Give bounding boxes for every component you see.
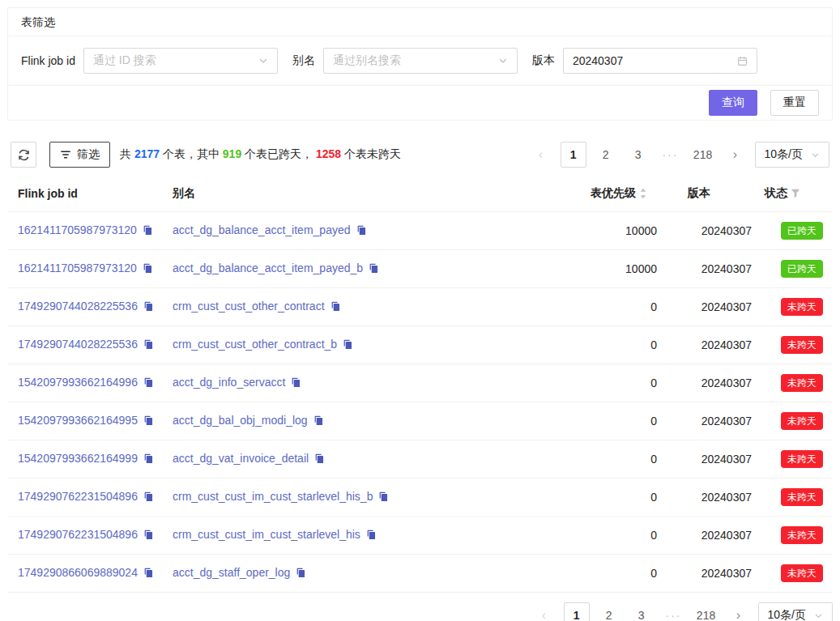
column-label: Flink job id	[18, 187, 78, 200]
copy-icon[interactable]	[366, 530, 377, 542]
flink-job-id-link[interactable]: 1542097993662164996	[18, 376, 138, 389]
alias-link[interactable]: crm_cust_cust_im_cust_starlevel_his_b	[173, 490, 373, 503]
page-button-218[interactable]: 218	[693, 602, 719, 621]
copy-icon[interactable]	[330, 301, 341, 314]
copy-icon[interactable]	[378, 491, 389, 504]
page-size-select[interactable]: 10条/页	[758, 602, 833, 621]
column-label: 表优先级	[591, 186, 636, 201]
copy-icon[interactable]	[369, 263, 379, 276]
priority-cell: 10000	[584, 212, 681, 250]
version-cell: 20240307	[681, 517, 758, 555]
copy-icon[interactable]	[356, 225, 367, 238]
priority-cell: 0	[584, 440, 681, 479]
table-row: 1542097993662164999 acct_dg_vat_invoice_…	[7, 440, 833, 479]
status-badge: 未跨天	[781, 564, 823, 582]
copy-icon[interactable]	[143, 491, 154, 504]
alias-select[interactable]: 通过别名搜索	[323, 48, 518, 74]
column-header-status[interactable]: 状态	[758, 176, 833, 212]
page-jump-ellipsis[interactable]: ···	[661, 609, 687, 621]
copy-icon[interactable]	[143, 453, 154, 466]
flink-job-id-link[interactable]: 1749290762231504896	[18, 490, 138, 503]
column-header-flink-job-id: Flink job id	[7, 176, 166, 212]
version-date-input[interactable]: 20240307	[563, 48, 757, 74]
page-size-label: 10条/页	[765, 147, 803, 162]
refresh-button[interactable]	[11, 142, 36, 168]
page-size-select[interactable]: 10条/页	[755, 142, 829, 168]
page-jump-ellipsis[interactable]: ···	[658, 148, 684, 161]
column-header-priority[interactable]: 表优先级	[584, 176, 681, 212]
page-button-3[interactable]: 3	[629, 602, 655, 621]
flink-job-id-link[interactable]: 1749290866069889024	[18, 566, 138, 579]
flink-job-id-link[interactable]: 1621411705987973120	[18, 262, 137, 274]
next-page-button[interactable]: ›	[723, 142, 748, 168]
chevron-down-icon	[258, 56, 268, 66]
page-button-218[interactable]: 218	[690, 142, 716, 168]
pagination: ‹123···218›10条/页	[531, 602, 833, 621]
page-button-1[interactable]: 1	[561, 142, 586, 168]
alias-cell: crm_cust_cust_other_contract_b	[166, 326, 584, 364]
alias-link[interactable]: acct_dg_staff_oper_log	[173, 566, 290, 579]
alias-link[interactable]: crm_cust_cust_other_contract_b	[173, 338, 337, 351]
table-header-row: Flink job id 别名 表优先级 版本	[7, 176, 833, 212]
copy-icon[interactable]	[143, 377, 154, 390]
flink-job-id-cell: 1749290866069889024	[7, 555, 166, 593]
copy-icon[interactable]	[143, 225, 153, 238]
flink-job-id-cell: 1749290762231504896	[7, 517, 166, 555]
copy-icon[interactable]	[314, 453, 325, 466]
alias-placeholder: 通过别名搜索	[333, 53, 401, 68]
status-cell: 已跨天	[758, 250, 833, 288]
chevron-down-icon	[498, 56, 508, 66]
page-button-2[interactable]: 2	[593, 142, 619, 168]
reset-button[interactable]: 重置	[770, 90, 819, 116]
copy-icon[interactable]	[343, 339, 353, 352]
copy-icon[interactable]	[143, 568, 154, 581]
copy-icon[interactable]	[143, 263, 153, 276]
priority-cell: 0	[584, 517, 681, 555]
alias-link[interactable]: acct_dg_info_servacct	[173, 376, 285, 389]
flink-job-id-link[interactable]: 1542097993662164999	[18, 452, 138, 465]
status-cell: 未跨天	[758, 288, 833, 326]
alias-link[interactable]: acct_dg_vat_invoice_detail	[173, 452, 309, 465]
status-cell: 未跨天	[758, 326, 833, 364]
table-row: 1749290866069889024 acct_dg_staff_oper_l…	[7, 555, 833, 593]
alias-link[interactable]: acct_dg_bal_obj_modi_log	[173, 414, 308, 427]
page-button-2[interactable]: 2	[596, 602, 622, 621]
flink-job-id-link[interactable]: 1621411705987973120	[18, 223, 137, 236]
filter-toggle-button[interactable]: 筛选	[49, 142, 110, 168]
total-count: 2177	[134, 147, 160, 160]
query-button[interactable]: 查询	[709, 90, 757, 116]
next-page-button[interactable]: ›	[726, 602, 752, 621]
prev-page-button[interactable]: ‹	[528, 142, 554, 168]
copy-icon[interactable]	[313, 415, 324, 428]
priority-cell: 0	[584, 288, 681, 326]
copy-icon[interactable]	[143, 530, 154, 542]
copy-icon[interactable]	[296, 568, 306, 581]
copy-icon[interactable]	[143, 415, 154, 428]
filter-funnel-icon[interactable]	[791, 189, 800, 198]
version-cell: 20240307	[681, 288, 758, 326]
alias-link[interactable]: crm_cust_cust_other_contract	[173, 300, 325, 313]
flink-job-id-select[interactable]: 通过 ID 搜索	[83, 48, 278, 74]
flink-job-id-link[interactable]: 1749290744028225536	[18, 300, 138, 313]
status-badge: 未跨天	[781, 488, 823, 506]
copy-icon[interactable]	[143, 339, 154, 352]
flink-job-id-link[interactable]: 1542097993662164995	[18, 414, 138, 427]
copy-icon[interactable]	[291, 377, 301, 390]
sort-icon[interactable]	[639, 188, 647, 199]
page-button-3[interactable]: 3	[625, 142, 651, 168]
alias-link[interactable]: crm_cust_cust_im_cust_starlevel_his	[173, 528, 360, 541]
flink-job-id-cell: 1542097993662164999	[7, 440, 166, 479]
alias-link[interactable]: acct_dg_balance_acct_item_payed_b	[173, 262, 363, 274]
alias-link[interactable]: acct_dg_balance_acct_item_payed	[173, 223, 351, 236]
prev-page-button[interactable]: ‹	[531, 602, 557, 621]
version-cell: 20240307	[681, 250, 758, 288]
column-header-alias: 别名	[166, 176, 584, 212]
status-cell: 未跨天	[758, 555, 833, 593]
data-table: Flink job id 别名 表优先级 版本	[7, 176, 833, 593]
copy-icon[interactable]	[143, 301, 154, 314]
page-button-1[interactable]: 1	[564, 602, 590, 621]
flink-job-id-link[interactable]: 1749290762231504896	[18, 528, 138, 541]
flink-job-id-link[interactable]: 1749290744028225536	[18, 338, 138, 351]
flink-job-id-cell: 1621411705987973120	[7, 250, 166, 288]
pagination: ‹123···218›10条/页	[528, 142, 829, 168]
